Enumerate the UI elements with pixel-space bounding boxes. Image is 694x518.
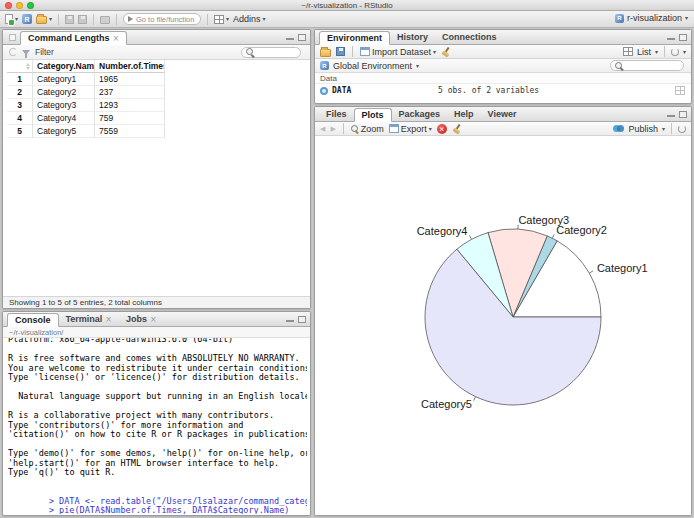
export-plot-button[interactable]: Export ▾	[389, 124, 432, 134]
cell-category-name: Category4	[33, 112, 95, 125]
tab-history[interactable]: History	[390, 30, 435, 44]
console-tabbar: Console Terminal × Jobs ×	[3, 312, 310, 327]
cell-number-of-times: 237	[95, 86, 165, 99]
workspace-panes-button[interactable]: ▾	[214, 15, 229, 24]
print-button[interactable]	[100, 16, 110, 24]
minimize-pane-icon[interactable]	[286, 34, 294, 41]
tab-jobs[interactable]: Jobs ×	[119, 312, 164, 326]
toolbar-separator	[207, 14, 208, 25]
save-button[interactable]	[65, 15, 74, 24]
tab-console[interactable]: Console	[7, 313, 59, 327]
viewer-search-input[interactable]	[255, 48, 296, 57]
tab-label: Connections	[442, 32, 497, 42]
addins-button[interactable]: Addins ▾	[233, 14, 266, 24]
cell-number-of-times: 1965	[95, 73, 165, 86]
pie-label-tick	[552, 234, 554, 238]
tab-files[interactable]: Files	[319, 107, 354, 121]
popout-icon[interactable]	[9, 34, 16, 41]
r-environment-icon: R	[320, 61, 329, 70]
tab-environment[interactable]: Environment	[319, 31, 390, 45]
maximize-pane-icon[interactable]	[298, 34, 306, 41]
console-line: Type 'license()' or 'licence()' for dist…	[8, 373, 307, 383]
tab-plots[interactable]: Plots	[354, 108, 392, 122]
refresh-icon[interactable]	[9, 48, 17, 56]
previous-plot-icon[interactable]: ◀	[320, 125, 325, 133]
load-workspace-icon[interactable]	[320, 49, 331, 57]
viewer-search-box[interactable]	[241, 47, 301, 58]
environment-object-row[interactable]: DATA 5 obs. of 2 variables	[315, 84, 691, 97]
publish-button[interactable]: Publish	[628, 124, 658, 134]
row-number: 1	[7, 73, 33, 86]
close-tab-icon[interactable]: ×	[150, 315, 157, 324]
chevron-down-icon: ▾	[433, 49, 436, 55]
search-icon	[615, 62, 622, 70]
maximize-pane-icon[interactable]	[298, 316, 306, 323]
environment-search-input[interactable]	[625, 61, 679, 70]
refresh-icon[interactable]	[671, 48, 679, 56]
goto-file-box[interactable]	[123, 13, 201, 25]
plots-panel: Files Plots Packages Help Viewer ◀ ▶ Zoo…	[314, 106, 692, 516]
close-tab-icon[interactable]: ×	[113, 34, 120, 43]
tab-connections[interactable]: Connections	[435, 30, 504, 44]
next-plot-icon[interactable]: ▶	[330, 125, 335, 133]
console-output[interactable]: Platform: x86_64-apple-darwin13.6.0 (64-…	[8, 338, 307, 514]
main-toolbar: ▾ R ▾ ▾ Addins ▾ R r-visualization ▾	[0, 11, 694, 28]
tab-viewer[interactable]: Viewer	[481, 107, 524, 121]
import-dataset-button[interactable]: Import Dataset ▾	[360, 47, 436, 57]
chevron-down-icon: ▾	[662, 126, 665, 132]
table-header-row: Category.Name Number.of.Times	[7, 60, 165, 73]
close-tab-icon[interactable]: ×	[105, 315, 112, 324]
console-panel: Console Terminal × Jobs × ~/r-visualizat…	[2, 311, 311, 516]
environment-search-box[interactable]	[610, 60, 684, 71]
refresh-plot-icon[interactable]	[678, 125, 686, 133]
row-number: 2	[7, 86, 33, 99]
tab-label: Command Lengths	[28, 33, 110, 43]
cell-number-of-times: 759	[95, 112, 165, 125]
plots-toolbar: ◀ ▶ Zoom Export ▾ × Publish ▾	[315, 122, 691, 136]
scope-selector[interactable]: Global Environment	[333, 61, 412, 71]
toolbar-separator	[116, 14, 117, 25]
tab-help[interactable]: Help	[447, 107, 481, 121]
column-header-category-name[interactable]: Category.Name	[33, 60, 95, 73]
filter-icon	[22, 50, 30, 55]
filter-button[interactable]: Filter	[35, 47, 54, 57]
pie-label-category4: Category4	[417, 225, 468, 237]
minimize-pane-icon[interactable]	[667, 34, 675, 41]
tab-terminal[interactable]: Terminal ×	[59, 312, 120, 326]
tab-command-lengths[interactable]: Command Lengths ×	[20, 31, 127, 45]
console-line: 'citation()' on how to cite R or R packa…	[8, 430, 307, 440]
minimize-pane-icon[interactable]	[667, 111, 675, 118]
remove-plot-icon[interactable]: ×	[437, 124, 447, 134]
clear-plots-icon[interactable]	[452, 124, 462, 134]
open-file-button[interactable]: ▾	[36, 14, 52, 24]
project-menu-button[interactable]: R r-visualization ▾	[615, 13, 688, 23]
cell-number-of-times: 1293	[95, 99, 165, 112]
minimize-pane-icon[interactable]	[286, 316, 294, 323]
publish-icon	[613, 124, 624, 133]
zoom-plot-button[interactable]: Zoom	[351, 124, 384, 134]
panes-grid-icon	[214, 15, 224, 24]
environment-scope-row: R Global Environment ▾	[315, 59, 691, 73]
clear-objects-icon[interactable]	[441, 47, 451, 57]
pie-chart: Category1Category2Category3Category4Cate…	[315, 136, 691, 515]
new-project-button[interactable]: R	[22, 14, 32, 24]
save-all-button[interactable]	[78, 15, 87, 24]
goto-file-input[interactable]	[136, 15, 196, 24]
list-view-label[interactable]: List	[637, 47, 651, 57]
tab-packages[interactable]: Packages	[392, 107, 448, 121]
pie-label-tick	[470, 235, 472, 239]
column-header-number-of-times[interactable]: Number.of.Times	[95, 60, 165, 73]
zoom-label: Zoom	[361, 124, 384, 134]
project-name: r-visualization	[627, 13, 682, 23]
maximize-pane-icon[interactable]	[679, 34, 687, 41]
maximize-pane-icon[interactable]	[679, 111, 687, 118]
tab-label: Help	[454, 109, 474, 119]
view-table-icon[interactable]	[675, 86, 685, 95]
new-file-button[interactable]: ▾	[5, 14, 18, 24]
table-row: 3 Category3 1293	[7, 99, 165, 112]
tab-label: Plots	[362, 110, 384, 120]
table-row: 2 Category2 237	[7, 86, 165, 99]
save-workspace-icon[interactable]	[336, 47, 345, 56]
console-command: >DATA <- read.table("/Users/lsalazar/com…	[8, 487, 307, 497]
corner-header-cell[interactable]	[7, 60, 33, 73]
